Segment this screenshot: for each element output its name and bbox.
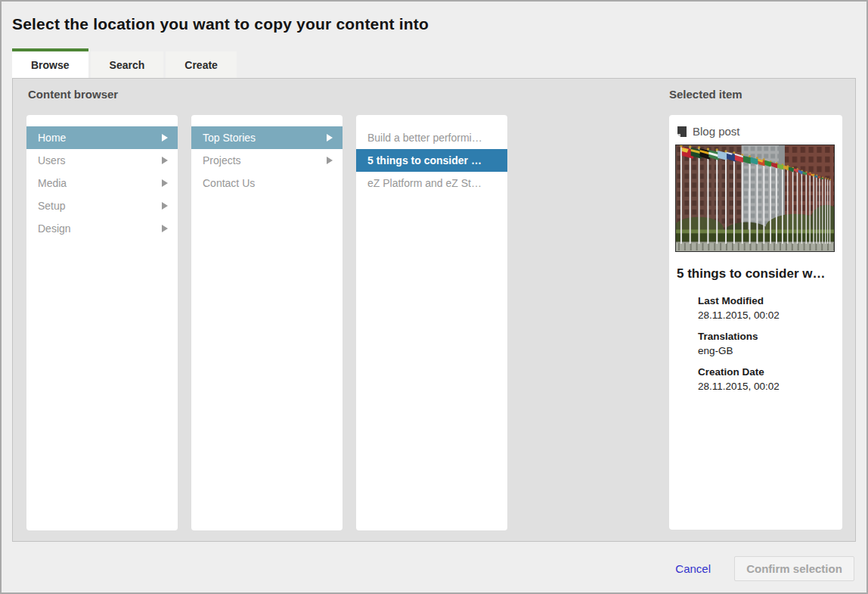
browser-column-2: Top Stories Projects Contact Us xyxy=(191,115,343,530)
tree-item-label: Setup xyxy=(38,200,66,212)
selected-item-fields: Last Modified 28.11.2015, 00:02 Translat… xyxy=(698,294,836,393)
tree-item-ez-platform[interactable]: eZ Platform and eZ St… xyxy=(356,172,507,194)
selected-item-card: Blog post xyxy=(669,115,842,530)
tree-list: Top Stories Projects Contact Us xyxy=(191,126,343,194)
tree-item-5-things[interactable]: 5 things to consider … xyxy=(356,149,507,172)
tree-item-label: Projects xyxy=(203,154,241,166)
confirm-selection-button[interactable]: Confirm selection xyxy=(734,556,854,581)
cancel-button[interactable]: Cancel xyxy=(675,562,711,575)
field-value: eng-GB xyxy=(698,344,836,358)
tree-item-label: Build a better performi… xyxy=(367,132,482,144)
tree-item-users[interactable]: Users xyxy=(26,149,178,172)
field-label: Last Modified xyxy=(698,294,836,308)
content-type-row: Blog post xyxy=(675,121,836,145)
field-last-modified: Last Modified 28.11.2015, 00:02 xyxy=(698,294,836,322)
copy-location-dialog: Select the location you want to copy you… xyxy=(0,0,868,594)
tree-item-projects[interactable]: Projects xyxy=(191,149,343,172)
tree-item-label: Top Stories xyxy=(203,132,256,144)
selected-item-heading: Selected item xyxy=(669,88,742,101)
selected-item-title: 5 things to consider w… xyxy=(677,266,836,281)
browser-column-1: Home Users Media Setup Design xyxy=(26,115,178,530)
field-translations: Translations eng-GB xyxy=(698,329,836,358)
field-label: Translations xyxy=(698,329,836,344)
tree-item-label: Contact Us xyxy=(203,177,255,189)
tree-item-build-a-better[interactable]: Build a better performi… xyxy=(356,126,507,149)
content-type-label: Blog post xyxy=(693,125,740,138)
tree-item-label: 5 things to consider … xyxy=(367,154,482,166)
expand-arrow-icon xyxy=(327,157,333,164)
tab-create[interactable]: Create xyxy=(166,51,237,78)
browser-column-3: Build a better performi… 5 things to con… xyxy=(356,115,507,530)
field-label: Creation Date xyxy=(698,365,836,379)
tree-list: Build a better performi… 5 things to con… xyxy=(356,126,507,194)
tab-bar: Browse Search Create xyxy=(12,48,237,78)
field-value: 28.11.2015, 00:02 xyxy=(698,379,836,393)
selected-item-thumbnail xyxy=(675,145,835,252)
expand-arrow-icon xyxy=(162,134,168,142)
tree-item-contact-us[interactable]: Contact Us xyxy=(191,172,343,194)
content-browser-heading: Content browser xyxy=(28,88,118,101)
expand-arrow-icon xyxy=(162,202,168,210)
expand-arrow-icon xyxy=(162,157,168,164)
expand-arrow-icon xyxy=(162,225,168,232)
tree-item-label: eZ Platform and eZ St… xyxy=(367,177,482,189)
expand-arrow-icon xyxy=(162,179,168,187)
dialog-footer: Cancel Confirm selection xyxy=(675,556,854,581)
tree-item-label: Media xyxy=(38,177,67,189)
tree-list: Home Users Media Setup Design xyxy=(26,126,178,240)
tab-search[interactable]: Search xyxy=(91,51,164,78)
field-value: 28.11.2015, 00:02 xyxy=(698,308,836,322)
tree-item-media[interactable]: Media xyxy=(26,172,178,194)
tab-browse[interactable]: Browse xyxy=(12,48,88,78)
tree-item-design[interactable]: Design xyxy=(26,217,178,240)
tree-item-label: Design xyxy=(38,222,71,235)
document-icon xyxy=(677,126,687,138)
content-panel: Content browser Selected item Home Users… xyxy=(12,78,856,542)
tree-item-label: Home xyxy=(38,132,66,144)
expand-arrow-icon xyxy=(327,134,333,142)
tree-item-label: Users xyxy=(38,154,66,166)
field-creation-date: Creation Date 28.11.2015, 00:02 xyxy=(698,365,836,393)
tree-item-top-stories[interactable]: Top Stories xyxy=(191,126,343,149)
dialog-title: Select the location you want to copy you… xyxy=(12,15,429,33)
tree-item-setup[interactable]: Setup xyxy=(26,194,178,217)
tree-item-home[interactable]: Home xyxy=(26,126,178,149)
